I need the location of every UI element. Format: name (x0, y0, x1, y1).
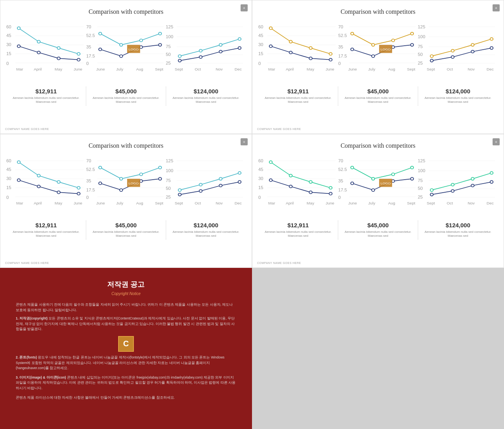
svg-text:15: 15 (258, 186, 263, 190)
stat-4-1-desc: Aenean lacinia bibendum nulla sed consec… (261, 230, 335, 238)
svg-point-238 (391, 173, 395, 176)
svg-text:Sept: Sept (407, 201, 415, 205)
svg-text:15: 15 (6, 52, 11, 56)
svg-point-104 (350, 48, 354, 51)
svg-text:Dec: Dec (487, 201, 494, 205)
card-3-icon[interactable]: + (241, 138, 248, 145)
copyright-section-3-text: 3. 이미지(image) & 아이콘(icon) 콘텐츠 내에 삽입되는 이미… (16, 375, 236, 391)
card-4-title: Comparison with competitors (258, 142, 498, 149)
svg-text:June: June (74, 201, 82, 205)
svg-text:50: 50 (418, 186, 423, 191)
svg-point-198 (219, 184, 222, 187)
svg-text:0: 0 (86, 61, 89, 66)
svg-text:100: 100 (418, 168, 425, 173)
svg-text:Nov: Nov (468, 201, 475, 205)
card-4-icon[interactable]: + (493, 138, 500, 145)
chart-2b: 70 52.5 35 17.5 0 (338, 20, 418, 83)
svg-point-62 (219, 50, 222, 53)
svg-point-16 (57, 57, 60, 60)
card-1-icon[interactable]: + (241, 4, 248, 11)
svg-text:April: April (34, 67, 42, 71)
svg-text:30: 30 (258, 43, 263, 47)
logo-letter: C (118, 336, 134, 352)
svg-point-262 (471, 177, 474, 180)
stat-2-1-desc: Aenean lacinia bibendum nulla sed consec… (261, 96, 335, 104)
svg-text:45: 45 (6, 33, 11, 38)
card-1-stats: $12,911 Aenean lacinia bibendum nulla se… (6, 86, 246, 106)
chart-3a: 60 45 30 15 0 (6, 154, 86, 217)
svg-point-216 (309, 180, 312, 183)
stat-2-2-desc: Aenean lacinia bibendum nulla sed consec… (341, 96, 415, 104)
svg-text:April: April (286, 201, 294, 205)
svg-point-14 (17, 45, 20, 48)
chart-2a: 60 45 30 15 0 (258, 20, 338, 83)
card-2-company: COMPANY NAME GOES HERE (257, 128, 301, 130)
svg-text:Nov: Nov (468, 67, 475, 71)
stat-3-2-desc: Aenean lacinia bibendum nulla sed consec… (89, 230, 163, 238)
svg-text:70: 70 (338, 24, 343, 29)
svg-text:25: 25 (166, 61, 171, 65)
svg-point-13 (77, 52, 80, 55)
svg-point-39 (158, 43, 161, 46)
stat-4-1-value: $12,911 (261, 222, 335, 228)
svg-point-81 (329, 52, 332, 55)
svg-text:0: 0 (338, 195, 341, 200)
svg-point-82 (269, 45, 272, 48)
svg-text:35: 35 (338, 179, 343, 183)
svg-text:17.5: 17.5 (86, 54, 95, 58)
svg-point-12 (57, 46, 60, 49)
svg-point-219 (289, 185, 293, 188)
stat-1-2-value: $45,000 (89, 88, 163, 95)
card-2-icon[interactable]: + (493, 4, 500, 11)
stat-1-1: $12,911 Aenean lacinia bibendum nulla se… (6, 86, 86, 106)
card-2-title: Comparison with competitors (258, 8, 498, 15)
svg-text:0: 0 (86, 195, 89, 200)
svg-point-261 (451, 183, 454, 186)
svg-point-10 (17, 27, 20, 30)
svg-text:0: 0 (6, 61, 9, 66)
svg-point-217 (329, 186, 332, 189)
svg-text:25: 25 (418, 61, 423, 65)
stat-1-3-value: $124,000 (169, 88, 243, 95)
svg-text:25: 25 (418, 195, 423, 199)
svg-point-193 (199, 183, 202, 186)
stat-2-1-value: $12,911 (261, 88, 335, 95)
svg-point-195 (238, 172, 241, 175)
card-4: + Comparison with competitors 60 45 30 1… (252, 134, 504, 268)
svg-point-171 (158, 166, 161, 169)
chart-1a: 60 45 30 15 0 (6, 20, 86, 83)
svg-text:LOGO: LOGO (128, 47, 139, 51)
svg-point-196 (178, 193, 182, 196)
card-2: + Comparison with competitors 60 45 30 1… (252, 0, 504, 134)
svg-text:0: 0 (6, 195, 9, 200)
svg-point-169 (120, 177, 123, 180)
svg-point-149 (77, 186, 80, 189)
stat-2-2-value: $45,000 (341, 88, 415, 95)
svg-text:Aug: Aug (136, 67, 143, 71)
svg-text:Aug: Aug (388, 201, 395, 205)
svg-point-194 (219, 177, 222, 180)
svg-point-124 (430, 55, 434, 58)
svg-text:Mar: Mar (268, 67, 275, 71)
svg-point-130 (471, 50, 474, 53)
svg-point-78 (269, 27, 272, 30)
svg-point-57 (199, 49, 202, 52)
svg-text:70: 70 (338, 158, 343, 163)
svg-text:15: 15 (258, 52, 263, 56)
svg-text:June: June (326, 67, 334, 71)
svg-text:70: 70 (86, 158, 91, 163)
svg-point-84 (309, 57, 312, 60)
stat-3-1-desc: Aenean lacinia bibendum nulla sed consec… (9, 230, 83, 238)
svg-text:June: June (96, 67, 105, 71)
svg-text:LOGO: LOGO (128, 181, 139, 185)
stat-1-2: $45,000 Aenean lacinia bibendum nulla se… (86, 86, 166, 106)
svg-text:35: 35 (86, 179, 91, 183)
svg-point-152 (57, 191, 60, 194)
copyright-subtitle: Copyright Notice (16, 292, 236, 296)
svg-point-56 (178, 55, 182, 58)
svg-point-215 (289, 174, 293, 177)
svg-point-148 (57, 180, 60, 183)
stat-4-3-value: $124,000 (421, 222, 495, 228)
svg-text:Sept: Sept (155, 201, 163, 205)
svg-point-128 (430, 59, 434, 62)
